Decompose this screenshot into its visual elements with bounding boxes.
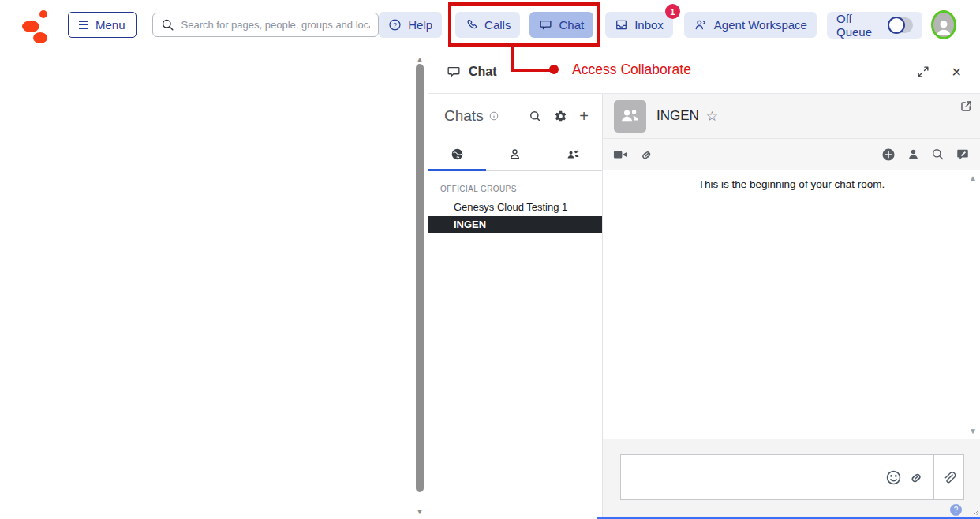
emoji-button[interactable] (885, 469, 902, 486)
scrollbar-down-arrow[interactable]: ▼ (415, 508, 425, 516)
link-icon (909, 469, 925, 485)
room-toolbar (603, 139, 980, 170)
workspace-content-area: ▲ ▼ (0, 50, 427, 519)
search-chats-button[interactable] (529, 110, 542, 123)
off-queue-label: Off Queue (836, 12, 881, 39)
annotation-connector-line (511, 46, 514, 70)
logo-dot (22, 21, 39, 32)
inbox-button[interactable]: Inbox (605, 12, 673, 38)
copy-link-button[interactable] (640, 147, 654, 162)
help-label: Help (408, 18, 432, 32)
annotation-dot (549, 65, 559, 74)
inbox-wrap: Inbox 1 (605, 12, 673, 38)
chats-header: Chats + (428, 94, 602, 138)
globe-icon (451, 147, 464, 161)
person-filled-icon (907, 147, 920, 161)
global-search[interactable] (152, 13, 380, 37)
user-avatar[interactable] (931, 10, 956, 39)
chat-button[interactable]: Chat (529, 12, 593, 38)
section-label: OFFICIAL GROUPS (440, 185, 602, 193)
topbar-right-cluster: ? Help Calls Chat Access Collaborate (379, 10, 956, 39)
genesys-cloud-app: Menu ? Help Calls Chat (0, 0, 980, 519)
phone-icon (465, 18, 478, 32)
calls-button[interactable]: Calls (455, 12, 520, 38)
attach-file-button[interactable] (933, 455, 963, 499)
new-chat-button[interactable]: + (579, 108, 589, 124)
agent-workspace-label: Agent Workspace (714, 18, 807, 32)
message-input-box (620, 454, 964, 500)
add-participant-button[interactable] (881, 147, 896, 162)
calls-chat-group: Calls Chat Access Collaborate (455, 12, 593, 38)
panel-title: Chat (469, 65, 497, 79)
message-composer: ? (603, 439, 980, 519)
scrollbar-up-arrow[interactable]: ▲ (415, 55, 425, 63)
group-avatar-icon (619, 106, 641, 127)
favorite-star-icon[interactable]: ☆ (706, 108, 718, 125)
expand-panel-button[interactable] (916, 65, 930, 79)
inbox-badge: 1 (665, 4, 680, 19)
search-input[interactable] (181, 19, 371, 31)
calls-label: Calls (484, 18, 511, 32)
list-item-group[interactable]: Genesys Cloud Testing 1 (428, 199, 602, 216)
smiley-icon (885, 469, 902, 486)
scrollbar-thumb[interactable] (416, 64, 424, 492)
logo-dot (33, 32, 47, 43)
chat-bubble-icon (539, 18, 552, 32)
search-room-button[interactable] (931, 147, 944, 161)
off-queue-toggle[interactable] (888, 17, 913, 33)
inbox-icon (615, 18, 628, 32)
person-silhouette-icon (933, 17, 954, 37)
menu-button[interactable]: Menu (68, 12, 137, 38)
chats-heading: Chats (444, 107, 484, 125)
hamburger-icon (79, 21, 88, 29)
help-icon: ? (388, 18, 402, 32)
popout-room-button[interactable] (959, 99, 973, 113)
new-message-button[interactable] (956, 147, 970, 162)
help-button[interactable]: ? Help (379, 12, 442, 38)
video-call-button[interactable] (613, 148, 628, 161)
search-icon (931, 147, 944, 161)
people-group-icon (566, 147, 581, 161)
messages-scroll-down[interactable]: ▼ (969, 427, 977, 435)
workspace-scrollbar[interactable]: ▲ ▼ (414, 52, 425, 519)
logo-dot (39, 10, 47, 18)
close-panel-button[interactable]: ✕ (952, 65, 962, 80)
gear-icon (554, 110, 567, 123)
help-bubble-button[interactable]: ? (950, 504, 962, 516)
chat-compose-icon (956, 147, 970, 162)
annotation-connector-line (511, 69, 555, 72)
room-header: INGEN ☆ (603, 94, 980, 139)
resize-handle[interactable] (973, 504, 979, 518)
messages-scroll-up[interactable]: ▲ (969, 174, 977, 182)
video-camera-icon (613, 148, 628, 161)
tab-groups[interactable] (544, 138, 602, 170)
agent-workspace-button[interactable]: Agent Workspace (684, 12, 817, 38)
genesys-logo[interactable] (21, 7, 49, 43)
chat-bubble-icon (447, 65, 461, 79)
tab-official-groups[interactable] (428, 138, 486, 170)
toggle-knob (888, 17, 905, 34)
chat-panel-body: Chats + (428, 94, 980, 519)
message-input[interactable] (621, 455, 885, 499)
chat-panel: Chat ✕ Chats (428, 50, 980, 519)
info-icon[interactable] (489, 111, 499, 121)
plus-icon: + (579, 108, 589, 124)
chat-label: Chat (559, 18, 584, 32)
svg-text:?: ? (393, 21, 397, 29)
top-bar: Menu ? Help Calls Chat (0, 0, 980, 50)
menu-label: Menu (95, 18, 125, 32)
annotation-label: Access Collaborate (572, 62, 691, 78)
close-icon: ✕ (952, 65, 962, 80)
agent-icon (694, 18, 708, 32)
list-item-group-selected[interactable]: INGEN (428, 216, 602, 233)
chat-room: INGEN ☆ (603, 94, 980, 519)
paperclip-icon (941, 470, 956, 485)
person-icon (508, 147, 522, 161)
members-button[interactable] (907, 147, 920, 161)
chats-list: OFFICIAL GROUPS Genesys Cloud Testing 1 … (428, 171, 602, 519)
insert-link-button[interactable] (909, 469, 925, 485)
link-icon (640, 147, 654, 162)
chats-settings-button[interactable] (554, 110, 567, 123)
tab-people[interactable] (486, 138, 544, 170)
chats-sidebar: Chats + (428, 94, 603, 519)
